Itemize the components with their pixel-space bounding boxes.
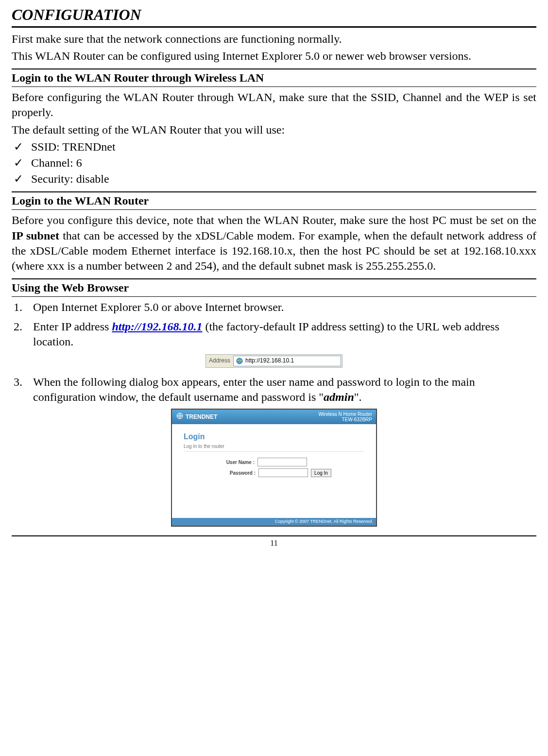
login-subtitle: Log in to the router [184, 443, 364, 452]
username-input[interactable] [257, 458, 307, 466]
list-item-text: Security: disable [31, 172, 109, 187]
product-model: Wireless N Home Router TEW-632BRP [318, 412, 372, 422]
step-row: 3. When the following dialog box appears… [14, 375, 536, 405]
section2-paragraph: Before you configure this device, note t… [12, 213, 536, 274]
section-heading-web-browser: Using the Web Browser [12, 278, 536, 297]
login-footer: Copyright © 2007 TRENDnet. All Rights Re… [172, 518, 376, 526]
check-icon: ✓ [14, 172, 31, 187]
login-title: Login [184, 432, 364, 442]
bold-text: IP subnet [12, 229, 59, 242]
step-text: Open Internet Explorer 5.0 or above Inte… [33, 300, 536, 315]
bold-italic-text: admin [324, 391, 354, 403]
default-settings-list: ✓ SSID: TRENDnet ✓ Channel: 6 ✓ Security… [12, 139, 536, 187]
login-header: TRENDNET Wireless N Home Router TEW-632B… [172, 410, 376, 424]
password-row: Password : Log In [184, 468, 364, 477]
step-text: Enter IP address http://192.168.10.1 (th… [33, 319, 536, 349]
step-number: 1. [14, 300, 33, 315]
ie-icon [236, 357, 243, 365]
password-input[interactable] [258, 468, 308, 477]
address-field: http://192.168.10.1 [233, 356, 341, 366]
globe-icon [176, 412, 184, 422]
product-line2: TEW-632BRP [318, 417, 372, 422]
text-span: When the following dialog box appears, e… [33, 376, 475, 403]
step-text: When the following dialog box appears, e… [33, 375, 536, 405]
page-number: 11 [270, 539, 277, 547]
login-button[interactable]: Log In [311, 469, 331, 477]
section-heading-wlan-login: Login to the WLAN Router through Wireles… [12, 69, 536, 87]
address-bar-screenshot: Address http://192.168.10.1 [206, 354, 342, 368]
numbered-steps: 1. Open Internet Explorer 5.0 or above I… [12, 300, 536, 349]
brand-text: TRENDNET [186, 413, 217, 421]
section1-paragraph-1: Before configuring the WLAN Router throu… [12, 90, 536, 120]
intro-paragraph-2: This WLAN Router can be configured using… [12, 49, 536, 64]
section1-paragraph-2: The default setting of the WLAN Router t… [12, 122, 536, 137]
step-number: 2. [14, 319, 33, 349]
address-url: http://192.168.10.1 [245, 357, 294, 365]
list-item-text: Channel: 6 [31, 155, 82, 171]
password-label: Password : [217, 470, 256, 476]
address-label: Address [206, 357, 233, 365]
section-heading-router-login: Login to the WLAN Router [12, 191, 536, 210]
text-span: Enter IP address [33, 320, 112, 333]
page-title: CONFIGURATION [12, 5, 536, 28]
product-line1: Wireless N Home Router [318, 412, 372, 417]
check-icon: ✓ [14, 155, 31, 171]
step-number: 3. [14, 375, 33, 405]
ip-link[interactable]: http://192.168.10.1 [112, 320, 202, 333]
username-label: User Name : [216, 459, 255, 465]
login-screenshot: TRENDNET Wireless N Home Router TEW-632B… [171, 409, 377, 526]
text-span: Before you configure this device, note t… [12, 214, 536, 226]
login-body: Login Log in to the router User Name : P… [172, 424, 376, 518]
list-item: ✓ SSID: TRENDnet [14, 139, 536, 155]
list-item: ✓ Channel: 6 [14, 155, 536, 171]
check-icon: ✓ [14, 139, 31, 155]
step-row: 2. Enter IP address http://192.168.10.1 … [14, 319, 536, 349]
brand-logo: TRENDNET [176, 412, 217, 422]
username-row: User Name : [184, 458, 364, 466]
page-footer: 11 [12, 535, 536, 549]
step-row: 1. Open Internet Explorer 5.0 or above I… [14, 300, 536, 315]
list-item: ✓ Security: disable [14, 172, 536, 187]
numbered-steps-cont: 3. When the following dialog box appears… [12, 375, 536, 405]
list-item-text: SSID: TRENDnet [31, 139, 116, 155]
text-span: ". [354, 391, 362, 403]
text-span: that can be accessed by the xDSL/Cable m… [12, 229, 536, 272]
intro-paragraph-1: First make sure that the network connect… [12, 32, 536, 47]
